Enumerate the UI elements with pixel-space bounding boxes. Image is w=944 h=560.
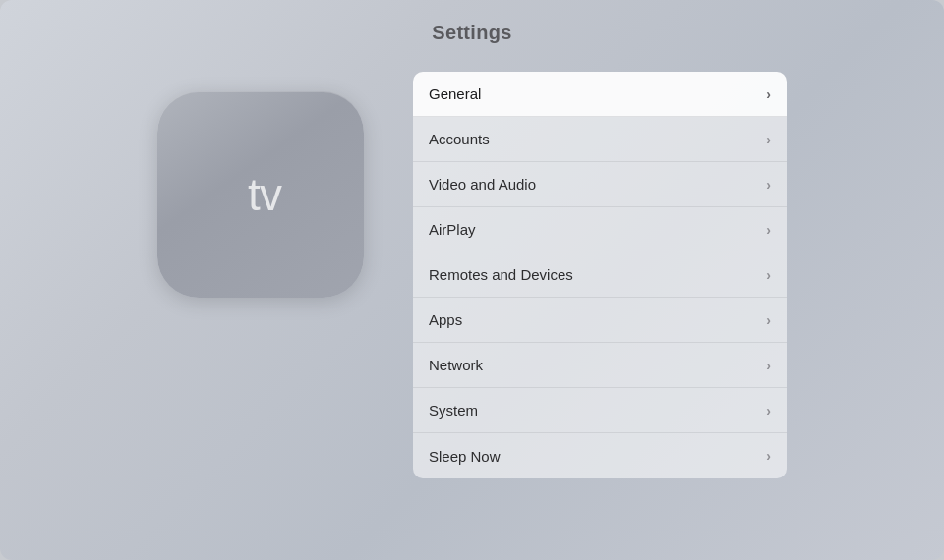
menu-item-label-network: Network bbox=[429, 357, 483, 373]
chevron-icon-remotes-and-devices: › bbox=[766, 267, 771, 283]
menu-item-label-apps: Apps bbox=[429, 311, 462, 328]
chevron-icon-general: › bbox=[766, 86, 771, 102]
menu-item-sleep-now[interactable]: Sleep Now› bbox=[413, 433, 787, 478]
menu-item-airplay[interactable]: AirPlay› bbox=[413, 207, 787, 252]
chevron-icon-airplay: › bbox=[766, 222, 771, 238]
page-title: Settings bbox=[432, 22, 511, 43]
menu-item-system[interactable]: System› bbox=[413, 388, 787, 433]
settings-window: Settings tv General›Accounts›Video and A… bbox=[0, 0, 944, 560]
menu-item-label-airplay: AirPlay bbox=[429, 221, 476, 238]
menu-item-label-sleep-now: Sleep Now bbox=[429, 448, 501, 465]
settings-menu: General›Accounts›Video and Audio›AirPlay… bbox=[413, 72, 787, 478]
menu-item-accounts[interactable]: Accounts› bbox=[413, 117, 787, 162]
chevron-icon-sleep-now: › bbox=[766, 448, 771, 464]
chevron-icon-network: › bbox=[766, 358, 771, 373]
menu-item-video-and-audio[interactable]: Video and Audio› bbox=[413, 162, 787, 207]
chevron-icon-video-and-audio: › bbox=[766, 177, 771, 193]
menu-item-general[interactable]: General› bbox=[413, 72, 787, 117]
title-bar: Settings bbox=[0, 0, 944, 62]
chevron-icon-system: › bbox=[766, 403, 771, 419]
menu-item-remotes-and-devices[interactable]: Remotes and Devices› bbox=[413, 252, 787, 298]
menu-item-label-system: System bbox=[429, 402, 478, 419]
chevron-icon-accounts: › bbox=[766, 132, 771, 147]
menu-item-network[interactable]: Network› bbox=[413, 343, 787, 388]
menu-item-label-general: General bbox=[429, 85, 481, 102]
content-area: tv General›Accounts›Video and Audio›AirP… bbox=[0, 72, 944, 478]
menu-item-label-video-and-audio: Video and Audio bbox=[429, 176, 536, 193]
menu-item-label-accounts: Accounts bbox=[429, 131, 490, 147]
apple-tv-branding: tv bbox=[240, 168, 281, 221]
chevron-icon-apps: › bbox=[766, 312, 771, 328]
menu-item-label-remotes-and-devices: Remotes and Devices bbox=[429, 266, 573, 283]
menu-item-apps[interactable]: Apps› bbox=[413, 298, 787, 343]
apple-tv-logo: tv bbox=[157, 91, 364, 298]
tv-label: tv bbox=[248, 168, 281, 221]
